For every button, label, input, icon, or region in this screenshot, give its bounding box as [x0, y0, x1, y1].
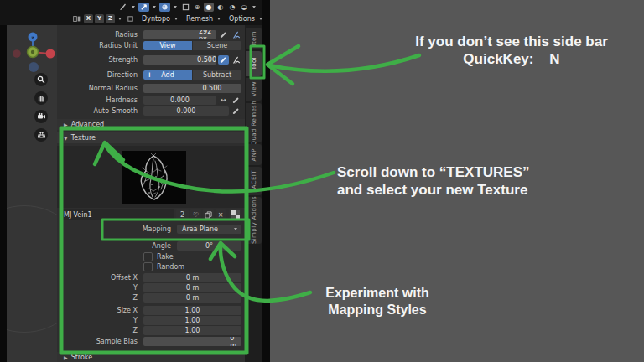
texture-name-field[interactable]: MJ-Vein1 [60, 209, 174, 220]
options-menu[interactable]: Options [229, 15, 255, 23]
texture-users-count-button[interactable]: 2 [176, 209, 189, 220]
falloff-smooth-icon[interactable]: ◒ [239, 3, 249, 12]
perspective-toggle-button[interactable] [34, 128, 48, 142]
dyntopo-caret[interactable] [174, 18, 178, 20]
radius-unit-scene-button[interactable]: Scene [193, 41, 242, 50]
rake-label: Rake [157, 253, 174, 261]
falloff-half-icon[interactable]: ◐ [216, 3, 226, 12]
mirror-z-button[interactable]: Z [106, 14, 115, 23]
advanced-panel-header[interactable]: ▶ Advanced [57, 119, 245, 130]
falloff-sphere-icon[interactable]: ● [204, 3, 214, 12]
sample-bias-slider[interactable]: 0 m [143, 337, 242, 346]
browse-checker-icon[interactable] [229, 209, 242, 220]
offset-x-field[interactable]: 0 m [143, 273, 242, 282]
zoom-button[interactable] [34, 73, 48, 86]
note-mapping-styles: Experiment with Mapping Styles [298, 285, 457, 318]
strength-pressure-icon[interactable] [231, 55, 242, 65]
texture-dropdown-caret[interactable] [174, 6, 177, 8]
options-caret[interactable] [259, 18, 262, 20]
svg-text:z: z [31, 34, 34, 40]
random-checkbox[interactable] [143, 262, 153, 272]
stroke-panel-header[interactable]: ▶ Stroke [57, 352, 245, 362]
camera-view-button[interactable] [34, 110, 48, 123]
auto-smooth-field[interactable]: 0.000 [143, 106, 229, 116]
tab-faceit[interactable]: FACEIT [246, 167, 262, 195]
rake-checkbox[interactable] [143, 252, 153, 261]
sample-bias-row: Sample Bias 0 m [60, 337, 242, 346]
unlink-close-icon[interactable]: × [216, 209, 226, 220]
falloff-plus-icon[interactable]: ⊕ [192, 3, 202, 12]
normal-radius-row: Normal Radius 0.500 [60, 84, 242, 93]
radius-row: Radius 292 px [60, 30, 242, 39]
radius-slider[interactable]: 292 px [143, 30, 216, 39]
tab-item[interactable]: Item [246, 28, 262, 49]
collapsed-arrow-icon: ▶ [64, 122, 68, 127]
radius-pressure-icon[interactable] [231, 30, 242, 39]
brush-dropdown-caret[interactable] [132, 6, 135, 8]
strength-row: Strength 0.500 [60, 55, 242, 65]
fake-user-heart-icon[interactable]: ♡ [190, 209, 201, 220]
size-z-field[interactable]: 1.00 [143, 326, 242, 335]
mirror-x-button[interactable]: X [84, 14, 93, 23]
offset-x-row: Offset X 0 m [60, 273, 242, 282]
remesh-caret[interactable] [217, 18, 221, 20]
tab-anp[interactable]: ANP [246, 144, 262, 165]
offset-y-row: Y 0 m [60, 283, 242, 292]
radius-pen-icon[interactable] [218, 30, 229, 39]
mirror-dropdown-caret[interactable] [118, 18, 122, 20]
offset-y-field[interactable]: 0 m [143, 283, 242, 292]
tiling-icon[interactable] [125, 14, 135, 23]
sculpt-header: ⊕ ● ◐ ◔ ◒ X Y Z Dyntopo Remes [0, 0, 262, 25]
auto-smooth-pen-icon[interactable] [231, 106, 242, 116]
tab-view[interactable]: View [246, 78, 262, 101]
dyntopo-menu[interactable]: Dyntopo [142, 15, 170, 23]
direction-label: Direction [60, 71, 143, 79]
stroke-method-icon[interactable] [138, 3, 149, 12]
texture-preview-icon[interactable] [159, 3, 170, 12]
random-label: Random [157, 263, 184, 271]
rake-row: Rake [60, 252, 242, 261]
clipboard-icon[interactable] [180, 3, 190, 12]
size-x-field[interactable]: 1.00 [143, 306, 242, 315]
falloff-dropdown-caret[interactable] [252, 6, 256, 8]
mapping-label: Mapping [60, 225, 177, 233]
angle-field[interactable]: 0° [177, 241, 242, 251]
remesh-menu[interactable]: Remesh [186, 15, 213, 23]
tab-simply-addons[interactable]: Simply Addons [246, 197, 262, 244]
note2-line1: Scroll down to “TEXTURES” [337, 164, 622, 182]
mapping-dropdown[interactable]: Area Plane [177, 225, 242, 234]
tab-quad-remesh[interactable]: Quad Remesh [246, 103, 262, 142]
radius-unit-row: Radius Unit View Scene [60, 41, 242, 50]
note2-line2: and select your new Texture [337, 182, 622, 199]
strength-label: Strength [60, 56, 143, 64]
tab-tool[interactable]: Tool [246, 51, 262, 76]
direction-add-button[interactable]: + Add [143, 70, 192, 80]
texture-panel-header[interactable]: ▼ Texture [57, 132, 245, 143]
texture-preview-image[interactable] [122, 151, 186, 204]
size-z-row: Z 1.00 [60, 326, 242, 335]
hardness-invert-icon[interactable]: ↔ [218, 96, 229, 105]
stroke-collapsed-arrow-icon: ▶ [64, 354, 68, 360]
falloff-quarter-icon[interactable]: ◔ [227, 3, 237, 12]
radius-unit-view-button[interactable]: View [143, 41, 192, 50]
duplicate-icon[interactable] [203, 209, 214, 220]
radius-unit-label: Radius Unit [60, 42, 143, 49]
hardness-field[interactable]: 0.000 [143, 96, 216, 105]
hardness-pen-icon[interactable] [231, 96, 242, 105]
offset-x-label: Offset X [60, 274, 143, 282]
minus-z-axis-ball[interactable] [29, 62, 39, 72]
brush-settings-row: ⊕ ● ◐ ◔ ◒ [118, 2, 257, 12]
mirror-y-button[interactable]: Y [95, 14, 104, 23]
auto-smooth-label: Auto-Smooth [60, 107, 143, 115]
brush-icon[interactable] [118, 3, 128, 12]
pan-hand-button[interactable] [34, 91, 48, 105]
strength-pen-icon[interactable] [218, 55, 229, 65]
offset-z-field[interactable]: 0 m [143, 293, 242, 303]
expanded-arrow-icon: ▼ [64, 135, 68, 141]
normal-radius-slider[interactable]: 0.500 [143, 84, 242, 93]
direction-subtract-button[interactable]: − Subtract [193, 70, 242, 80]
size-y-field[interactable]: 1.00 [143, 316, 242, 325]
strength-slider[interactable]: 0.500 [143, 55, 216, 65]
sidebar-tabstrip: Item Tool View Quad Remesh ANP FACEIT Si… [245, 25, 262, 362]
stroke-dropdown-caret[interactable] [153, 6, 156, 8]
